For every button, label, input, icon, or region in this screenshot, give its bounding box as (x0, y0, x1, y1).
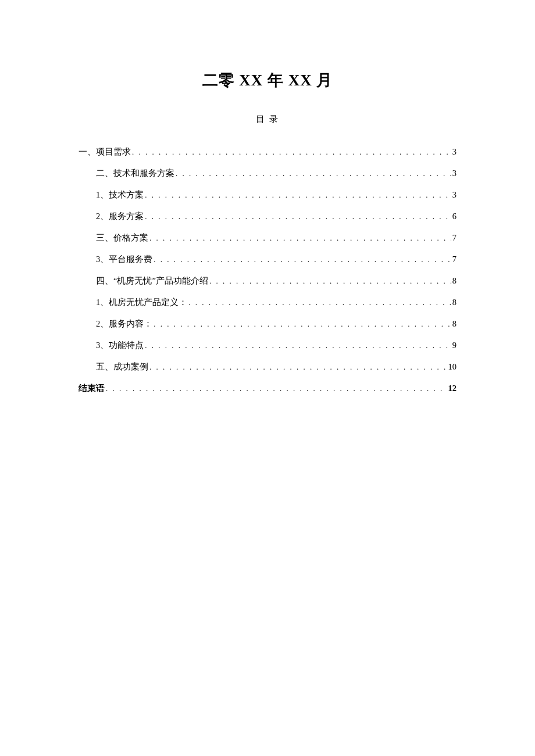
toc-leader-dots: . . . . . . . . . . . . . . . . . . . . … (154, 314, 451, 334)
toc-entry-page: 8 (452, 313, 456, 335)
toc-leader-dots: . . . . . . . . . . . . . . . . . . . . … (188, 293, 451, 312)
toc-entry: 结束语 . . . . . . . . . . . . . . . . . . … (79, 378, 456, 399)
toc-leader-dots: . . . . . . . . . . . . . . . . . . . . … (145, 185, 451, 205)
toc-entry-text: 2、服务方案 (96, 206, 144, 227)
toc-entry-text: 四、“机房无忧”产品功能介绍 (96, 270, 208, 292)
toc-entry-text: 1、机房无忧产品定义： (96, 292, 187, 313)
toc-leader-dots: . . . . . . . . . . . . . . . . . . . . … (132, 142, 451, 162)
toc-leader-dots: . . . . . . . . . . . . . . . . . . . . … (106, 379, 447, 398)
toc-entry: 五、成功案例 . . . . . . . . . . . . . . . . .… (79, 356, 456, 378)
toc-leader-dots: . . . . . . . . . . . . . . . . . . . . … (149, 357, 447, 377)
toc-entry-page: 9 (452, 335, 456, 356)
document-title: 二零 XX 年 XX 月 (79, 70, 456, 91)
toc-entry: 二、技术和服务方案 . . . . . . . . . . . . . . . … (79, 163, 456, 184)
toc-leader-dots: . . . . . . . . . . . . . . . . . . . . … (145, 207, 451, 226)
toc-entry-text: 结束语 (79, 378, 105, 399)
toc-entry-text: 3、功能特点 (96, 335, 144, 356)
toc-entry-page: 3 (452, 184, 456, 206)
toc-heading: 目 录 (79, 114, 456, 125)
toc-entry: 2、服务内容： . . . . . . . . . . . . . . . . … (79, 313, 456, 335)
toc-entry-page: 3 (452, 163, 456, 184)
toc-entry: 1、机房无忧产品定义： . . . . . . . . . . . . . . … (79, 292, 456, 313)
toc-entry-text: 1、技术方案 (96, 184, 144, 206)
toc-entry-page: 7 (452, 227, 456, 249)
toc-entry-page: 7 (452, 249, 456, 270)
toc-entry-page: 10 (448, 356, 457, 378)
toc-entry-text: 3、平台服务费 (96, 249, 152, 270)
toc-entry: 三、价格方案 . . . . . . . . . . . . . . . . .… (79, 227, 456, 249)
toc-entry-text: 二、技术和服务方案 (96, 163, 174, 184)
toc-entry-page: 3 (452, 141, 456, 163)
toc-entry-page: 8 (452, 270, 456, 292)
toc-leader-dots: . . . . . . . . . . . . . . . . . . . . … (209, 271, 451, 291)
toc-leader-dots: . . . . . . . . . . . . . . . . . . . . … (145, 336, 451, 355)
toc-entry: 3、功能特点 . . . . . . . . . . . . . . . . .… (79, 335, 456, 356)
toc-leader-dots: . . . . . . . . . . . . . . . . . . . . … (176, 164, 451, 183)
toc-entry-text: 五、成功案例 (96, 356, 148, 378)
toc-entry: 一、项目需求 . . . . . . . . . . . . . . . . .… (79, 141, 456, 163)
toc-entry: 四、“机房无忧”产品功能介绍 . . . . . . . . . . . . .… (79, 270, 456, 292)
toc-entry: 3、平台服务费 . . . . . . . . . . . . . . . . … (79, 249, 456, 270)
table-of-contents: 一、项目需求 . . . . . . . . . . . . . . . . .… (79, 141, 456, 399)
toc-entry-text: 三、价格方案 (96, 227, 148, 249)
toc-leader-dots: . . . . . . . . . . . . . . . . . . . . … (154, 250, 451, 269)
toc-entry-page: 6 (452, 206, 456, 227)
toc-entry: 2、服务方案 . . . . . . . . . . . . . . . . .… (79, 206, 456, 227)
toc-entry-text: 2、服务内容： (96, 313, 152, 335)
toc-entry-text: 一、项目需求 (79, 141, 131, 163)
toc-entry-page: 8 (452, 292, 456, 313)
toc-entry: 1、技术方案 . . . . . . . . . . . . . . . . .… (79, 184, 456, 206)
toc-entry-page: 12 (448, 378, 457, 399)
toc-leader-dots: . . . . . . . . . . . . . . . . . . . . … (149, 228, 451, 248)
